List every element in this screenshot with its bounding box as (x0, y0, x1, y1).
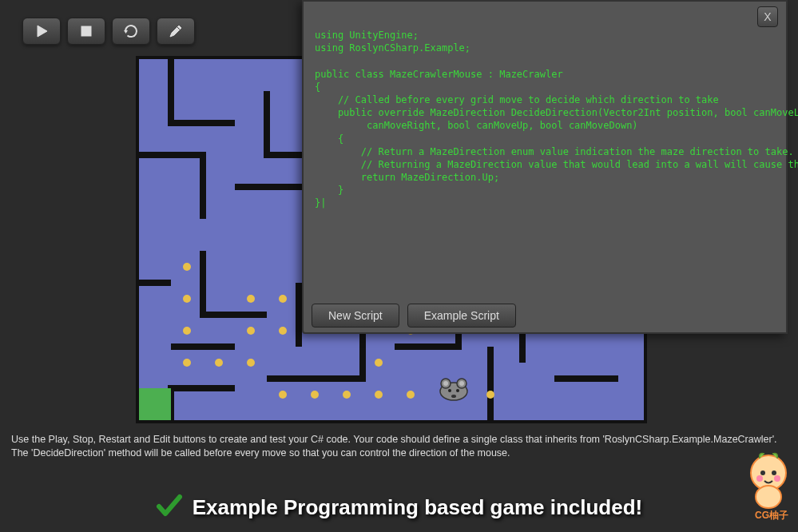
play-icon (35, 25, 48, 38)
svg-point-17 (343, 391, 351, 399)
banner-text: Example Programming based game included! (193, 495, 642, 520)
svg-point-5 (183, 263, 191, 271)
banner: Example Programming based game included! (0, 492, 798, 522)
svg-point-36 (756, 486, 781, 508)
stop-button[interactable] (67, 18, 105, 45)
svg-point-10 (247, 359, 255, 367)
svg-point-33 (772, 470, 776, 475)
svg-marker-0 (38, 26, 47, 37)
code-editor-text[interactable]: using UnityEngine; using RoslynCSharp.Ex… (315, 29, 775, 210)
close-button[interactable]: X (757, 6, 778, 27)
svg-point-30 (451, 395, 456, 398)
svg-point-35 (774, 475, 780, 482)
watermark-text: CG柚子 (755, 509, 788, 522)
mascot-icon (744, 451, 793, 510)
code-panel-footer: New Script Example Script (312, 304, 516, 328)
restart-button[interactable] (112, 18, 150, 45)
svg-point-13 (279, 295, 287, 303)
svg-point-12 (247, 295, 255, 303)
svg-point-15 (279, 391, 287, 399)
svg-point-32 (760, 470, 765, 475)
edit-button[interactable] (157, 18, 195, 45)
svg-point-18 (375, 391, 383, 399)
close-icon: X (764, 10, 771, 23)
svg-point-29 (456, 389, 459, 392)
svg-point-7 (183, 327, 191, 335)
svg-point-11 (247, 327, 255, 335)
instructions-text: Use the Play, Stop, Restart and Edit but… (11, 433, 782, 460)
example-script-button[interactable]: Example Script (407, 304, 516, 328)
svg-point-6 (183, 295, 191, 303)
mouse-sprite (436, 377, 471, 401)
new-script-button[interactable]: New Script (312, 304, 399, 328)
svg-rect-4 (139, 388, 171, 420)
svg-point-14 (279, 327, 287, 335)
svg-rect-1 (81, 26, 91, 36)
svg-marker-2 (124, 30, 128, 34)
edit-icon (169, 24, 183, 38)
checkmark-icon (156, 492, 183, 522)
restart-icon (123, 24, 139, 38)
svg-point-22 (486, 391, 494, 399)
svg-point-8 (183, 359, 191, 367)
play-button[interactable] (22, 18, 61, 45)
svg-point-27 (459, 381, 464, 386)
stop-icon (81, 26, 92, 37)
svg-point-26 (443, 381, 448, 386)
svg-point-16 (311, 391, 319, 399)
svg-point-28 (448, 389, 451, 392)
svg-point-19 (407, 391, 415, 399)
svg-point-9 (215, 359, 223, 367)
svg-point-20 (375, 359, 383, 367)
code-editor-panel: X using UnityEngine; using RoslynCSharp.… (302, 0, 788, 334)
toolbar (22, 18, 195, 45)
svg-point-34 (756, 475, 763, 482)
